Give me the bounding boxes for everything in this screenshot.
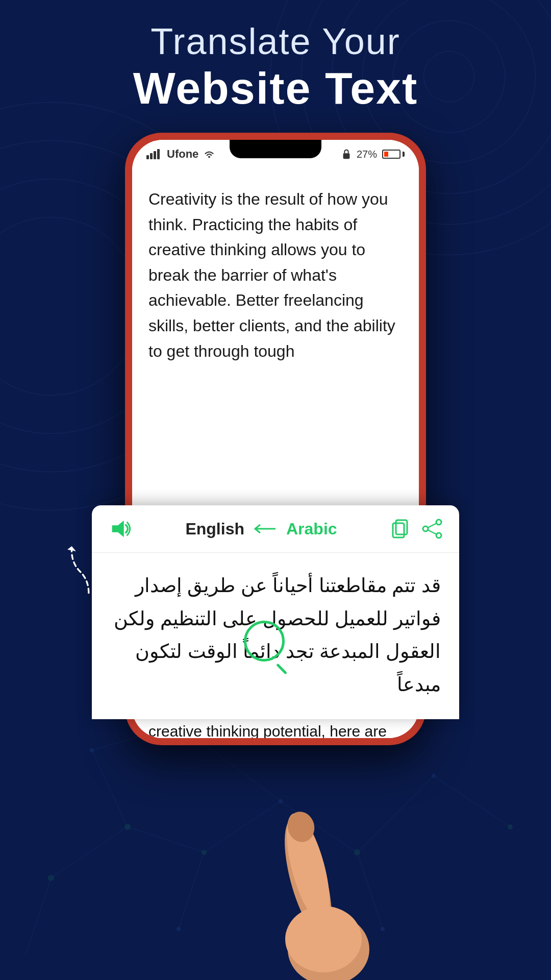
toolbar-left: [108, 517, 133, 541]
svg-line-6: [434, 776, 510, 827]
magnifier: [244, 621, 285, 662]
translation-bar: English Arabic: [92, 505, 459, 719]
svg-point-23: [208, 156, 210, 158]
svg-point-12: [48, 875, 54, 881]
translation-bar-wrapper: English Arabic: [92, 505, 459, 719]
svg-line-10: [179, 852, 204, 929]
signal-bars: [146, 149, 160, 159]
svg-line-0: [51, 827, 128, 878]
svg-point-18: [432, 774, 436, 778]
status-left: Ufone: [146, 148, 216, 161]
svg-point-39: [285, 906, 362, 972]
svg-point-19: [508, 824, 513, 829]
finger-hand: [262, 776, 395, 980]
status-right: 27%: [341, 149, 405, 160]
dashed-arrow-icon: [55, 546, 101, 597]
speaker-icon[interactable]: [108, 517, 133, 541]
svg-line-2: [128, 827, 204, 852]
battery-indicator: [382, 150, 405, 159]
svg-point-14: [90, 748, 94, 752]
svg-rect-24: [343, 153, 350, 159]
target-language[interactable]: Arabic: [286, 520, 337, 538]
wifi-icon: [203, 149, 216, 160]
language-arrow-icon: [253, 521, 278, 536]
lock-icon: [341, 149, 352, 160]
svg-point-30: [436, 533, 441, 538]
header-section: Translate Your Website Text: [0, 20, 551, 114]
svg-line-1: [92, 750, 128, 827]
svg-line-32: [428, 530, 436, 534]
arrow-indicator: [55, 546, 101, 599]
website-text-content: Creativity is the result of how you thin…: [148, 190, 395, 360]
source-language[interactable]: English: [185, 520, 244, 538]
svg-line-11: [26, 878, 51, 954]
copy-icon[interactable]: [390, 518, 411, 540]
header-line2: Website Text: [0, 62, 551, 114]
translation-toolbar: English Arabic: [92, 505, 459, 553]
svg-line-33: [428, 524, 436, 528]
battery-percent: 27%: [357, 149, 377, 160]
toolbar-center: English Arabic: [185, 520, 337, 538]
toolbar-right: [390, 518, 443, 540]
svg-marker-25: [112, 521, 124, 537]
svg-point-13: [124, 824, 131, 830]
header-line1: Translate Your: [0, 20, 551, 62]
svg-point-29: [436, 520, 441, 525]
svg-point-31: [423, 526, 428, 531]
phone-notch: [230, 140, 321, 158]
svg-rect-28: [393, 523, 404, 537]
svg-rect-27: [396, 520, 407, 534]
svg-point-22: [177, 927, 181, 931]
website-text-area: Creativity is the result of how you thin…: [132, 168, 419, 374]
carrier-name: Ufone: [167, 148, 198, 161]
svg-point-15: [202, 850, 207, 855]
share-icon[interactable]: [421, 518, 443, 540]
